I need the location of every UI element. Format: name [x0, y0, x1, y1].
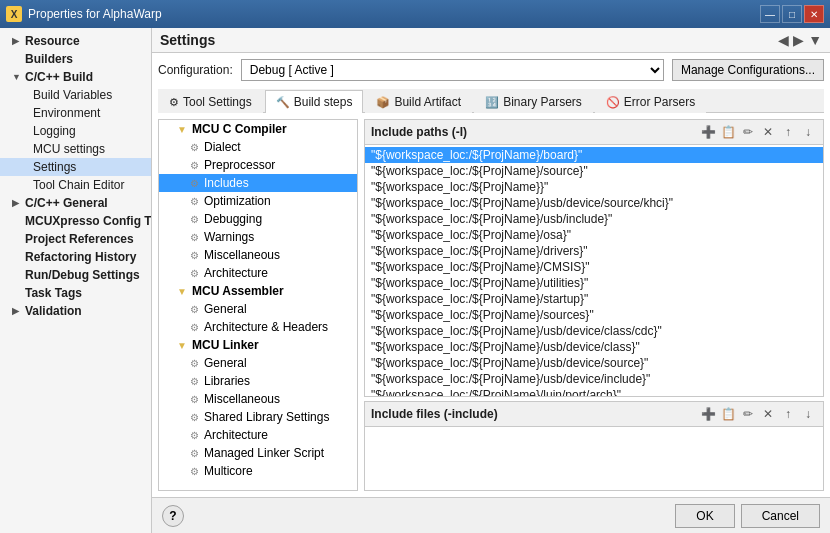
path-list-item[interactable]: "${workspace_loc:/${ProjName}/osa}" [365, 227, 823, 243]
tab-label: Error Parsers [624, 95, 695, 109]
tab-build-steps[interactable]: 🔨Build steps [265, 90, 364, 113]
close-button[interactable]: ✕ [804, 5, 824, 23]
sidebar-item-label: Builders [25, 52, 73, 66]
sidebar-item-run-debug[interactable]: Run/Debug Settings [0, 266, 151, 284]
sidebar-item-mcu-settings[interactable]: MCU settings [0, 140, 151, 158]
tree-item-label: Warnings [204, 230, 254, 244]
tree-item-shared-lib[interactable]: ⚙Shared Library Settings [159, 408, 357, 426]
tab-label: Binary Parsers [503, 95, 582, 109]
tree-item-lnk-general[interactable]: ⚙General [159, 354, 357, 372]
if-add-btn[interactable]: ➕ [699, 405, 717, 423]
path-list-item[interactable]: "${workspace_loc:/${ProjName}/board}" [365, 147, 823, 163]
tree-item-lnk-misc[interactable]: ⚙Miscellaneous [159, 390, 357, 408]
forward-arrow-icon[interactable]: ▶ [793, 32, 804, 48]
gear-icon: ⚙ [187, 194, 201, 208]
if-down-btn[interactable]: ↓ [799, 405, 817, 423]
path-list-item[interactable]: "${workspace_loc:/${ProjName}/utilities}… [365, 275, 823, 291]
gear-icon: ⚙ [187, 158, 201, 172]
ip-edit-btn[interactable]: ✏ [739, 123, 757, 141]
sidebar-item-label: Resource [25, 34, 80, 48]
sidebar-item-mcuxpresso-config[interactable]: MCUXpresso Config Tools [0, 212, 151, 230]
tab-error-parsers[interactable]: 🚫Error Parsers [595, 90, 706, 113]
tree-section-mcu-linker[interactable]: ▼MCU Linker [159, 336, 357, 354]
tree-item-managed-linker[interactable]: ⚙Managed Linker Script [159, 444, 357, 462]
help-button[interactable]: ? [162, 505, 184, 527]
tab-binary-parsers[interactable]: 🔢Binary Parsers [474, 90, 593, 113]
titlebar: X Properties for AlphaWarp — □ ✕ [0, 0, 830, 28]
tree-item-debugging[interactable]: ⚙Debugging [159, 210, 357, 228]
sidebar-item-build-variables[interactable]: Build Variables [0, 86, 151, 104]
tree-section-mcu-c-compiler[interactable]: ▼MCU C Compiler [159, 120, 357, 138]
tree-item-asm-general[interactable]: ⚙General [159, 300, 357, 318]
gear-icon: ⚙ [187, 428, 201, 442]
sidebar-item-refactoring[interactable]: Refactoring History [0, 248, 151, 266]
path-list-item[interactable]: "${workspace_loc:/${ProjName}/usb/device… [365, 195, 823, 211]
manage-configs-button[interactable]: Manage Configurations... [672, 59, 824, 81]
tree-item-includes[interactable]: ⚙Includes [159, 174, 357, 192]
ip-add-btn[interactable]: ➕ [699, 123, 717, 141]
path-list-item[interactable]: "${workspace_loc:/${ProjName}/sources}" [365, 307, 823, 323]
sidebar-item-resource[interactable]: ▶Resource [0, 32, 151, 50]
tab-build-artifact[interactable]: 📦Build Artifact [365, 90, 472, 113]
path-list-item[interactable]: "${workspace_loc:/${ProjName}/usb/device… [365, 355, 823, 371]
path-list-item[interactable]: "${workspace_loc:/${ProjName}/usb/includ… [365, 211, 823, 227]
path-list-item[interactable]: "${workspace_loc:/${ProjName}/CMSIS}" [365, 259, 823, 275]
sidebar-item-project-refs[interactable]: Project References [0, 230, 151, 248]
tab-label: Build steps [294, 95, 353, 109]
sidebar-item-cpp-general[interactable]: ▶C/C++ General [0, 194, 151, 212]
path-list-item[interactable]: "${workspace_loc:/${ProjName}/source}" [365, 163, 823, 179]
tree-item-dialect[interactable]: ⚙Dialect [159, 138, 357, 156]
path-list-item[interactable]: "${workspace_loc:/${ProjName}/usb/device… [365, 339, 823, 355]
tree-item-multicore[interactable]: ⚙Multicore [159, 462, 357, 480]
path-list-item[interactable]: "${workspace_loc:/${ProjName}/luin/port/… [365, 387, 823, 396]
sidebar-item-logging[interactable]: Logging [0, 122, 151, 140]
tree-item-optimization[interactable]: ⚙Optimization [159, 192, 357, 210]
sidebar-item-cpp-build[interactable]: ▼C/C++ Build [0, 68, 151, 86]
folder-icon: ▼ [175, 122, 189, 136]
ip-down-btn[interactable]: ↓ [799, 123, 817, 141]
tab-tool-settings[interactable]: ⚙Tool Settings [158, 90, 263, 113]
sidebar-item-task-tags[interactable]: Task Tags [0, 284, 151, 302]
tab-label: Build Artifact [394, 95, 461, 109]
ip-delete-btn[interactable]: ✕ [759, 123, 777, 141]
sidebar-item-settings[interactable]: Settings [0, 158, 151, 176]
ip-up-btn[interactable]: ↑ [779, 123, 797, 141]
path-list-item[interactable]: "${workspace_loc:/${ProjName}/drivers}" [365, 243, 823, 259]
gear-icon: ⚙ [187, 230, 201, 244]
gear-icon: ⚙ [187, 410, 201, 424]
sidebar-item-validation[interactable]: ▶Validation [0, 302, 151, 320]
path-list-item[interactable]: "${workspace_loc:/${ProjName}/usb/device… [365, 371, 823, 387]
back-arrow-icon[interactable]: ◀ [778, 32, 789, 48]
if-up-btn[interactable]: ↑ [779, 405, 797, 423]
dropdown-arrow-icon[interactable]: ▼ [808, 32, 822, 48]
tree-item-arch-headers[interactable]: ⚙Architecture & Headers [159, 318, 357, 336]
path-list-item[interactable]: "${workspace_loc:/${ProjName}/usb/device… [365, 323, 823, 339]
if-copy-btn[interactable]: 📋 [719, 405, 737, 423]
sidebar-item-environment[interactable]: Environment [0, 104, 151, 122]
tree-section-mcu-assembler[interactable]: ▼MCU Assembler [159, 282, 357, 300]
content-header: Settings ◀ ▶ ▼ [152, 28, 830, 53]
minimize-button[interactable]: — [760, 5, 780, 23]
sidebar-item-builders[interactable]: Builders [0, 50, 151, 68]
sidebar-item-label: Task Tags [25, 286, 82, 300]
tree-item-preprocessor[interactable]: ⚙Preprocessor [159, 156, 357, 174]
config-select[interactable]: Debug [ Active ] [241, 59, 664, 81]
tree-item-miscellaneous[interactable]: ⚙Miscellaneous [159, 246, 357, 264]
tab-icon-binary-parsers: 🔢 [485, 96, 499, 109]
ok-button[interactable]: OK [675, 504, 734, 528]
tree-item-lnk-arch[interactable]: ⚙Architecture [159, 426, 357, 444]
tree-item-warnings[interactable]: ⚙Warnings [159, 228, 357, 246]
path-list-item[interactable]: "${workspace_loc:/${ProjName}}" [365, 179, 823, 195]
sidebar-item-tool-chain-editor[interactable]: Tool Chain Editor [0, 176, 151, 194]
if-edit-btn[interactable]: ✏ [739, 405, 757, 423]
cancel-button[interactable]: Cancel [741, 504, 820, 528]
if-delete-btn[interactable]: ✕ [759, 405, 777, 423]
sidebar-item-label: MCUXpresso Config Tools [25, 214, 152, 228]
tree-item-architecture[interactable]: ⚙Architecture [159, 264, 357, 282]
tab-icon-tool-settings: ⚙ [169, 96, 179, 109]
tree-item-libraries[interactable]: ⚙Libraries [159, 372, 357, 390]
path-list-item[interactable]: "${workspace_loc:/${ProjName}/startup}" [365, 291, 823, 307]
maximize-button[interactable]: □ [782, 5, 802, 23]
config-row: Configuration: Debug [ Active ] Manage C… [158, 59, 824, 81]
ip-copy-btn[interactable]: 📋 [719, 123, 737, 141]
